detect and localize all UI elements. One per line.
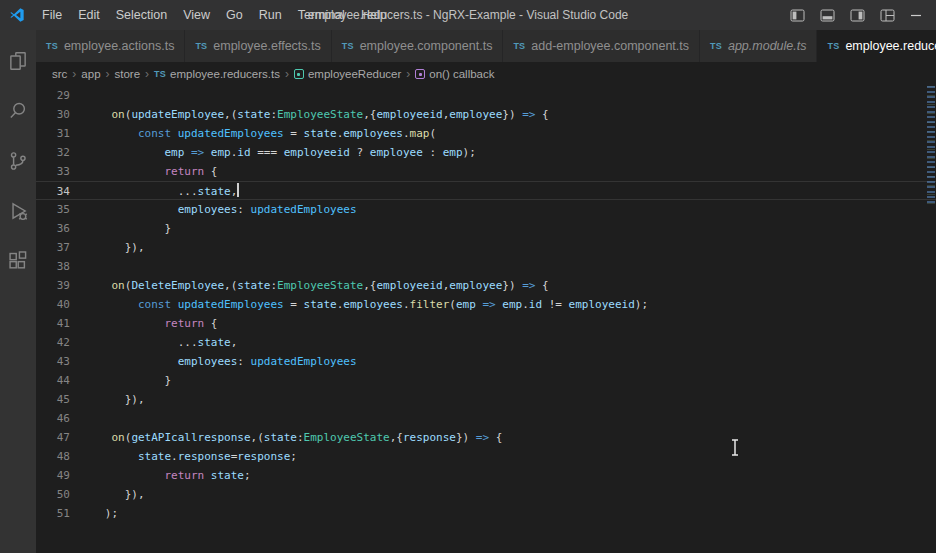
tab-employee.reducers.ts[interactable]: TSemployee.reducers.ts× <box>817 30 936 62</box>
toggle-panel-icon[interactable] <box>820 9 835 22</box>
menu-file[interactable]: File <box>34 0 70 30</box>
tab-app.module.ts[interactable]: TSapp.module.ts <box>700 30 817 62</box>
mouse-ibeam-cursor <box>729 438 741 461</box>
line-number[interactable]: 49 <box>36 466 70 485</box>
line-number[interactable]: 46 <box>36 409 70 428</box>
code-line-41[interactable]: 41 return { <box>36 314 936 333</box>
code-line-39[interactable]: 39 on(DeleteEmployee,(state:EmployeeStat… <box>36 276 936 295</box>
code-line-37[interactable]: 37 }), <box>36 238 936 257</box>
code-line-36[interactable]: 36 } <box>36 219 936 238</box>
symbol-variable-icon <box>294 69 304 79</box>
code-line-34[interactable]: 34 ...state, <box>36 181 936 200</box>
breadcrumb-separator: › <box>405 67 411 81</box>
run-debug-icon[interactable] <box>0 186 36 236</box>
line-number[interactable]: 44 <box>36 371 70 390</box>
code-line-44[interactable]: 44 } <box>36 371 936 390</box>
code-line-45[interactable]: 45 }), <box>36 390 936 409</box>
line-number[interactable]: 43 <box>36 352 70 371</box>
line-number[interactable]: 30 <box>36 105 70 124</box>
menu-edit[interactable]: Edit <box>70 0 108 30</box>
code-line-47[interactable]: 47 on(getAPIcallresponse,(state:Employee… <box>36 428 936 447</box>
tab-employee.effects.ts[interactable]: TSemployee.effects.ts <box>185 30 331 62</box>
code-editor[interactable]: 2930 on(updateEmployee,(state:EmployeeSt… <box>36 86 936 553</box>
menu-run[interactable]: Run <box>251 0 290 30</box>
extensions-icon[interactable] <box>0 236 36 286</box>
ts-file-icon: TS <box>827 41 839 51</box>
symbol-event-icon <box>415 69 425 79</box>
code-line-46[interactable]: 46 <box>36 409 936 428</box>
code-line-51[interactable]: 51 ); <box>36 504 936 523</box>
code-line-40[interactable]: 40 const updatedEmployees = state.employ… <box>36 295 936 314</box>
code-line-31[interactable]: 31 const updatedEmployees = state.employ… <box>36 124 936 143</box>
tab-employee.component.ts[interactable]: TSemployee.component.ts <box>332 30 504 62</box>
breadcrumb-item-src[interactable]: src <box>52 68 67 80</box>
line-number[interactable]: 48 <box>36 447 70 466</box>
line-number[interactable]: 33 <box>36 162 70 181</box>
code-line-33[interactable]: 33 return { <box>36 162 936 181</box>
breadcrumb-item-employeeReducer[interactable]: employeeReducer <box>294 68 401 80</box>
line-number[interactable]: 45 <box>36 390 70 409</box>
menu-go[interactable]: Go <box>218 0 251 30</box>
code-text: } <box>70 371 171 390</box>
code-text: employees: updatedEmployees <box>70 200 357 219</box>
breadcrumb-label: src <box>52 68 67 80</box>
line-number[interactable]: 37 <box>36 238 70 257</box>
code-line-30[interactable]: 30 on(updateEmployee,(state:EmployeeStat… <box>36 105 936 124</box>
breadcrumb-label: app <box>81 68 100 80</box>
code-line-49[interactable]: 49 return state; <box>36 466 936 485</box>
toggle-primary-sidebar-icon[interactable] <box>790 9 805 22</box>
line-number[interactable]: 29 <box>36 86 70 105</box>
line-number[interactable]: 34 <box>36 182 70 199</box>
code-text: emp => emp.id === employeeid ? employee … <box>70 143 476 162</box>
line-number[interactable]: 47 <box>36 428 70 447</box>
menu-help[interactable]: Help <box>353 0 395 30</box>
text-caret <box>237 183 239 197</box>
line-number[interactable]: 38 <box>36 257 70 276</box>
menu-view[interactable]: View <box>175 0 218 30</box>
code-text: on(updateEmployee,(state:EmployeeState,{… <box>70 105 549 124</box>
breadcrumb-item-employee.reducers.ts[interactable]: TSemployee.reducers.ts <box>154 68 280 80</box>
breadcrumb-label: store <box>115 68 141 80</box>
line-number[interactable]: 31 <box>36 124 70 143</box>
line-number[interactable]: 41 <box>36 314 70 333</box>
code-text: employees: updatedEmployees <box>70 352 357 371</box>
workbench: TSemployee.actions.tsTSemployee.effects.… <box>0 30 936 553</box>
code-text <box>70 409 85 428</box>
line-number[interactable]: 39 <box>36 276 70 295</box>
tab-label: add-employee.component.ts <box>531 39 689 53</box>
code-text: return { <box>70 162 217 181</box>
line-number[interactable]: 35 <box>36 200 70 219</box>
explorer-icon[interactable] <box>0 36 36 86</box>
toggle-secondary-sidebar-icon[interactable] <box>850 9 865 22</box>
line-number[interactable]: 32 <box>36 143 70 162</box>
code-text: }), <box>70 485 145 504</box>
search-icon[interactable] <box>0 86 36 136</box>
code-line-50[interactable]: 50 }), <box>36 485 936 504</box>
line-number[interactable]: 42 <box>36 333 70 352</box>
code-line-38[interactable]: 38 <box>36 257 936 276</box>
ts-file-icon: TS <box>710 41 722 51</box>
code-line-48[interactable]: 48 state.response=response; <box>36 447 936 466</box>
breadcrumb-item-store[interactable]: store <box>115 68 141 80</box>
line-number[interactable]: 50 <box>36 485 70 504</box>
line-number[interactable]: 36 <box>36 219 70 238</box>
code-line-42[interactable]: 42 ...state, <box>36 333 936 352</box>
code-line-32[interactable]: 32 emp => emp.id === employeeid ? employ… <box>36 143 936 162</box>
minimap[interactable] <box>927 86 935 206</box>
minimize-button[interactable] <box>910 9 922 21</box>
tab-add-employee.component.ts[interactable]: TSadd-employee.component.ts <box>503 30 700 62</box>
tab-employee.actions.ts[interactable]: TSemployee.actions.ts <box>36 30 185 62</box>
line-number[interactable]: 40 <box>36 295 70 314</box>
tab-bar: TSemployee.actions.tsTSemployee.effects.… <box>36 30 936 62</box>
code-line-29[interactable]: 29 <box>36 86 936 105</box>
menu-selection[interactable]: Selection <box>108 0 175 30</box>
customize-layout-icon[interactable] <box>880 9 895 22</box>
breadcrumb-item-app[interactable]: app <box>81 68 100 80</box>
code-line-43[interactable]: 43 employees: updatedEmployees <box>36 352 936 371</box>
code-line-35[interactable]: 35 employees: updatedEmployees <box>36 200 936 219</box>
line-number[interactable]: 51 <box>36 504 70 523</box>
editor-group: TSemployee.actions.tsTSemployee.effects.… <box>36 30 936 553</box>
menu-terminal[interactable]: Terminal <box>290 0 353 30</box>
breadcrumb-item-on() callback[interactable]: on() callback <box>415 68 494 80</box>
source-control-icon[interactable] <box>0 136 36 186</box>
